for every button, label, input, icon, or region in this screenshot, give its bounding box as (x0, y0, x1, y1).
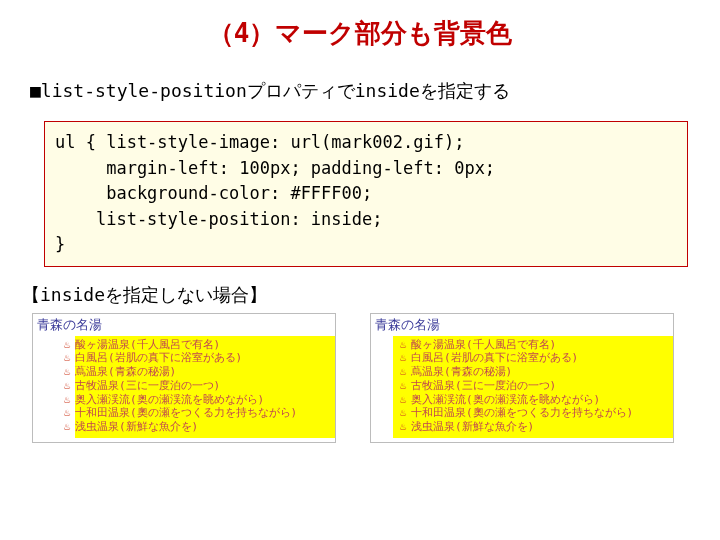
list-item: ♨酸ヶ湯温泉(千人風呂で有名) (397, 338, 669, 352)
list-item: ♨十和田温泉(奧の瀬をつくる力を持ちながら) (61, 406, 331, 420)
hotspring-icon: ♨ (397, 407, 409, 419)
list-item: ♨奥入瀬渓流(奥の瀬渓流を眺めながら) (397, 393, 669, 407)
list-item: ♨浅虫温泉(新鮮な魚介を) (61, 420, 331, 434)
hotspring-icon: ♨ (397, 366, 409, 378)
list-item: ♨蔦温泉(青森の秘湯) (61, 365, 331, 379)
list-item: ♨古牧温泉(三に一度泊の一つ) (61, 379, 331, 393)
list-item: ♨白風呂(岩肌の真下に浴室がある) (397, 351, 669, 365)
hotspring-icon: ♨ (61, 366, 73, 378)
hotspring-icon: ♨ (61, 338, 73, 350)
list-item: ♨蔦温泉(青森の秘湯) (397, 365, 669, 379)
code-block: ul { list-style-image: url(mark002.gif);… (44, 121, 688, 267)
hotspring-icon: ♨ (61, 352, 73, 364)
hotspring-icon: ♨ (397, 380, 409, 392)
list-item: ♨古牧温泉(三に一度泊の一つ) (397, 379, 669, 393)
section-subtitle: ■list-style-positionプロパティでinsideを指定する (30, 79, 720, 103)
list-item: ♨奥入瀬渓流(奥の瀬渓流を眺めながら) (61, 393, 331, 407)
list-item: ♨酸ヶ湯温泉(千人風呂で有名) (61, 338, 331, 352)
example-list-inside: ♨酸ヶ湯温泉(千人風呂で有名) ♨白風呂(岩肌の真下に浴室がある) ♨蔦温泉(青… (393, 336, 673, 438)
example-panel-outside: 青森の名湯 ♨酸ヶ湯温泉(千人風呂で有名) ♨白風呂(岩肌の真下に浴室がある) … (32, 313, 336, 443)
hotspring-icon: ♨ (61, 393, 73, 405)
hotspring-icon: ♨ (397, 393, 409, 405)
example-list-outside: ♨酸ヶ湯温泉(千人風呂で有名) ♨白風呂(岩肌の真下に浴室がある) ♨蔦温泉(青… (75, 336, 335, 438)
hotspring-icon: ♨ (61, 407, 73, 419)
slide-title: （4）マーク部分も背景色 (0, 0, 720, 51)
hotspring-icon: ♨ (397, 352, 409, 364)
example-header: 青森の名湯 (33, 314, 335, 336)
note-label: 【insideを指定しない場合】 (22, 283, 720, 307)
example-header: 青森の名湯 (371, 314, 673, 336)
list-item: ♨浅虫温泉(新鮮な魚介を) (397, 420, 669, 434)
list-item: ♨十和田温泉(奧の瀬をつくる力を持ちながら) (397, 406, 669, 420)
hotspring-icon: ♨ (61, 421, 73, 433)
example-panel-inside: 青森の名湯 ♨酸ヶ湯温泉(千人風呂で有名) ♨白風呂(岩肌の真下に浴室がある) … (370, 313, 674, 443)
hotspring-icon: ♨ (61, 380, 73, 392)
list-item: ♨白風呂(岩肌の真下に浴室がある) (61, 351, 331, 365)
hotspring-icon: ♨ (397, 421, 409, 433)
hotspring-icon: ♨ (397, 338, 409, 350)
